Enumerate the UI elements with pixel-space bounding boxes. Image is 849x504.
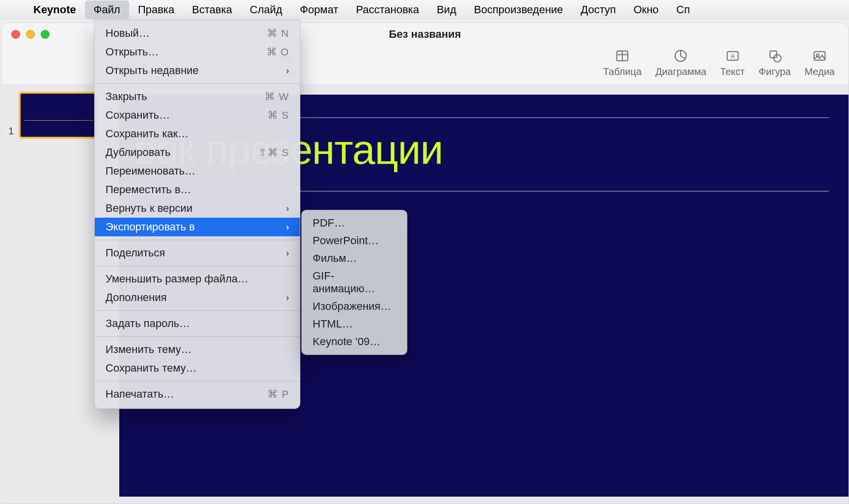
- menu-item-shortcut: ⌘ P: [267, 388, 289, 400]
- fullscreen-window-button[interactable]: [41, 30, 50, 39]
- chevron-right-icon: ›: [286, 293, 289, 303]
- toolbar-chart-label: Диаграмма: [655, 66, 706, 77]
- chevron-right-icon: ›: [286, 248, 289, 258]
- toolbar-media-button[interactable]: Медиа: [804, 48, 835, 77]
- toolbar-shape-button[interactable]: Фигура: [759, 48, 791, 77]
- toolbar-text-label: Текст: [720, 66, 744, 77]
- menu-item-label: Сохранить…: [106, 109, 170, 122]
- file-menu-item[interactable]: Экспортировать в›: [95, 218, 300, 236]
- file-menu-item[interactable]: Поделиться›: [95, 244, 300, 262]
- menu-item-shortcut: ⌘ W: [265, 91, 289, 102]
- file-menu-item[interactable]: Напечатать…⌘ P: [95, 385, 300, 403]
- menubar-item-file[interactable]: Файл: [85, 0, 129, 19]
- export-submenu-item[interactable]: HTML…: [302, 315, 407, 333]
- file-menu-item[interactable]: Дополнения›: [95, 288, 300, 307]
- menu-item-shortcut: ⌘ S: [267, 109, 289, 121]
- menu-item-label: Напечатать…: [106, 388, 174, 401]
- toolbar-table-button[interactable]: Таблица: [603, 48, 641, 77]
- file-menu-item[interactable]: Сохранить как…: [95, 125, 300, 143]
- file-menu-item[interactable]: Дублировать⇧⌘ S: [95, 143, 300, 162]
- traffic-lights: [11, 30, 50, 39]
- file-menu-item[interactable]: Закрыть⌘ W: [95, 87, 300, 106]
- minimize-window-button[interactable]: [26, 30, 35, 39]
- menu-item-label: Открыть недавние: [106, 64, 199, 77]
- menubar-item-share[interactable]: Доступ: [572, 0, 625, 19]
- file-menu-item[interactable]: Изменить тему…: [95, 340, 300, 359]
- menu-item-label: Сохранить как…: [106, 127, 188, 140]
- file-menu-item[interactable]: Задать пароль…: [95, 314, 300, 333]
- menu-item-label: Изменить тему…: [106, 343, 192, 356]
- menubar-item-view[interactable]: Вид: [428, 0, 465, 19]
- file-menu-item[interactable]: Сохранить тему…: [95, 359, 300, 378]
- menu-separator: [95, 310, 300, 311]
- menu-item-label: Сохранить тему…: [106, 362, 197, 375]
- media-icon: [812, 48, 827, 64]
- menu-item-shortcut: ⇧⌘ S: [258, 147, 289, 158]
- toolbar-chart-button[interactable]: Диаграмма: [655, 48, 706, 77]
- menu-item-label: Экспортировать в: [106, 221, 195, 233]
- menubar-item-format[interactable]: Формат: [291, 0, 347, 19]
- menu-item-label: Поделиться: [106, 247, 165, 259]
- export-submenu-item[interactable]: Фильм…: [302, 250, 407, 267]
- menu-separator: [95, 83, 300, 84]
- menu-item-shortcut: ⌘ O: [266, 46, 289, 58]
- table-icon: [615, 48, 630, 64]
- svg-text:A: A: [730, 53, 735, 60]
- menu-separator: [95, 336, 300, 337]
- slide-thumbnail[interactable]: [19, 92, 99, 139]
- chevron-right-icon: ›: [286, 66, 289, 76]
- svg-point-7: [773, 55, 781, 62]
- slide-number: 1: [8, 126, 14, 137]
- menu-item-shortcut: ⌘ N: [267, 27, 289, 39]
- file-menu-item[interactable]: Открыть недавние›: [95, 61, 300, 80]
- export-submenu-item[interactable]: GIF-анимацию…: [302, 267, 407, 298]
- menu-separator: [95, 266, 300, 266]
- menu-item-label: Задать пароль…: [106, 317, 190, 330]
- file-menu-item[interactable]: Переименовать…: [95, 162, 300, 180]
- file-menu-dropdown: Новый…⌘ NОткрыть…⌘ OОткрыть недавние›Зак…: [94, 20, 300, 409]
- export-submenu-item[interactable]: PDF…: [302, 214, 407, 232]
- slide-thumb-item[interactable]: 1: [8, 92, 108, 139]
- menu-item-label: Открыть…: [106, 46, 159, 58]
- menu-item-label: Дополнения: [106, 291, 167, 304]
- system-menubar: Keynote Файл Правка Вставка Слайд Формат…: [0, 0, 849, 20]
- export-submenu-item[interactable]: Изображения…: [302, 298, 407, 315]
- chart-icon: [673, 48, 688, 64]
- toolbar-table-label: Таблица: [603, 66, 641, 77]
- export-submenu-item[interactable]: Keynote ’09…: [302, 333, 407, 351]
- menubar-app-name[interactable]: Keynote: [25, 0, 85, 19]
- menu-item-label: Переместить в…: [106, 183, 191, 196]
- menubar-item-arrange[interactable]: Расстановка: [347, 0, 428, 19]
- chevron-right-icon: ›: [286, 222, 289, 232]
- svg-rect-6: [770, 51, 777, 58]
- menubar-item-help[interactable]: Сп: [667, 0, 699, 19]
- close-window-button[interactable]: [11, 30, 20, 39]
- menu-separator: [95, 240, 300, 240]
- export-submenu-item[interactable]: PowerPoint…: [302, 232, 407, 250]
- menubar-item-edit[interactable]: Правка: [129, 0, 183, 19]
- text-icon: A: [725, 48, 740, 64]
- menu-item-label: Вернуть к версии: [106, 202, 192, 215]
- menu-item-label: Дублировать: [106, 146, 171, 159]
- menubar-item-slide[interactable]: Слайд: [241, 0, 291, 19]
- menu-separator: [95, 381, 300, 381]
- chevron-right-icon: ›: [286, 203, 289, 214]
- file-menu-item[interactable]: Вернуть к версии›: [95, 199, 300, 218]
- menubar-item-insert[interactable]: Вставка: [183, 0, 241, 19]
- menubar-item-play[interactable]: Воспроизведение: [465, 0, 572, 19]
- toolbar-shape-label: Фигура: [759, 66, 791, 77]
- file-menu-item[interactable]: Уменьшить размер файла…: [95, 270, 300, 288]
- toolbar-text-button[interactable]: A Текст: [720, 48, 744, 77]
- file-menu-item[interactable]: Открыть…⌘ O: [95, 43, 300, 61]
- export-submenu: PDF…PowerPoint…Фильм…GIF-анимацию…Изобра…: [301, 210, 407, 355]
- menu-item-label: Закрыть: [106, 90, 147, 103]
- menu-item-label: Новый…: [106, 27, 150, 40]
- file-menu-item[interactable]: Переместить в…: [95, 180, 300, 199]
- menubar-item-window[interactable]: Окно: [625, 0, 667, 19]
- menu-item-label: Переименовать…: [106, 165, 195, 177]
- menu-item-label: Уменьшить размер файла…: [106, 273, 248, 285]
- file-menu-item[interactable]: Сохранить…⌘ S: [95, 106, 300, 125]
- shape-icon: [768, 48, 782, 64]
- file-menu-item[interactable]: Новый…⌘ N: [95, 24, 300, 43]
- toolbar-media-label: Медиа: [804, 66, 835, 77]
